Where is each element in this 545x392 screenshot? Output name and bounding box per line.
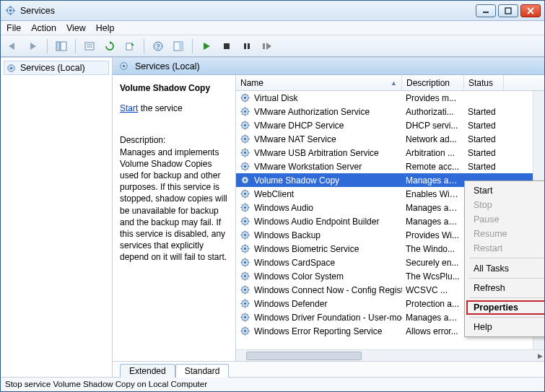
maximize-button[interactable] [498, 4, 518, 17]
svg-rect-18 [126, 43, 132, 50]
svg-line-160 [242, 259, 243, 260]
svg-line-200 [242, 314, 243, 315]
svg-line-150 [242, 245, 243, 246]
service-row[interactable]: VMware NAT ServiceNetwork ad...Started [236, 132, 544, 146]
ctx-properties[interactable]: Properties [466, 300, 544, 315]
svg-line-153 [242, 251, 243, 252]
tab-standard[interactable]: Standard [175, 364, 230, 378]
svg-point-145 [244, 248, 246, 250]
back-button[interactable] [5, 38, 21, 54]
svg-point-45 [244, 110, 246, 113]
svg-line-123 [242, 210, 243, 211]
pane-header: Services (Local) [113, 58, 544, 75]
show-hide-tree-button[interactable] [53, 38, 69, 54]
svg-point-135 [244, 234, 246, 236]
svg-point-95 [244, 179, 246, 181]
menu-view[interactable]: View [66, 23, 86, 33]
ctx-help[interactable]: Help [466, 320, 544, 334]
tab-extended[interactable]: Extended [120, 364, 175, 378]
service-name: WebClient [254, 189, 294, 199]
service-name: VMware Authorization Service [254, 107, 370, 117]
service-row[interactable]: VMware USB Arbitration ServiceArbitratio… [236, 146, 544, 160]
col-header-description[interactable]: Description [402, 75, 464, 90]
service-row[interactable]: VMware DHCP ServiceDHCP servi...Started [236, 118, 544, 132]
start-suffix: the service [138, 103, 182, 113]
properties-toolbar-button[interactable] [82, 38, 97, 54]
stop-service-button[interactable] [219, 38, 235, 54]
ctx-pause: Pause [466, 212, 544, 227]
service-icon [240, 326, 250, 336]
svg-line-190 [242, 300, 243, 301]
svg-line-122 [248, 204, 248, 205]
list-header: Name▲ Description Status [236, 75, 544, 91]
service-icon [240, 216, 250, 227]
svg-line-120 [242, 204, 243, 205]
svg-line-91 [248, 169, 248, 170]
ctx-start[interactable]: Start [466, 183, 544, 198]
svg-point-185 [244, 302, 246, 305]
service-icon [240, 188, 250, 199]
svg-line-172 [248, 273, 248, 274]
menu-file[interactable]: File [6, 23, 21, 33]
service-row[interactable]: Virtual DiskProvides m... [236, 91, 544, 105]
ctx-all-tasks[interactable]: All Tasks▸ [466, 261, 544, 276]
svg-point-33 [123, 65, 125, 67]
refresh-toolbar-button[interactable] [102, 38, 118, 54]
svg-line-83 [242, 155, 243, 156]
forward-button[interactable] [25, 38, 41, 54]
svg-line-211 [248, 334, 248, 334]
horizontal-scrollbar[interactable]: ▶ [236, 349, 544, 361]
service-desc: WCSVC ... [402, 285, 464, 295]
svg-line-71 [248, 141, 248, 142]
svg-rect-12 [56, 42, 60, 51]
svg-line-102 [248, 177, 248, 178]
svg-marker-11 [30, 43, 36, 50]
service-desc: Provides Wi... [402, 230, 464, 240]
service-row[interactable]: VMware Workstation ServerRemote acc...St… [236, 160, 544, 173]
svg-point-75 [244, 152, 246, 154]
col-header-status[interactable]: Status [464, 75, 504, 90]
menubar: File Action View Help [1, 21, 544, 35]
service-icon [240, 202, 250, 213]
svg-line-181 [248, 292, 248, 293]
ctx-refresh[interactable]: Refresh [466, 281, 544, 295]
close-button[interactable] [520, 4, 541, 17]
service-icon [240, 92, 250, 103]
svg-line-193 [242, 306, 243, 307]
action-pane-button[interactable] [170, 38, 186, 54]
svg-line-43 [242, 100, 243, 101]
svg-line-101 [248, 183, 248, 183]
col-header-name[interactable]: Name▲ [236, 75, 402, 90]
svg-line-183 [242, 292, 243, 293]
start-service-button[interactable] [199, 38, 214, 54]
tree-item-services-local[interactable]: Services (Local) [4, 61, 109, 75]
service-name: Virtual Disk [254, 93, 297, 103]
restart-service-button[interactable] [259, 38, 275, 54]
menu-action[interactable]: Action [31, 23, 56, 33]
help-toolbar-button[interactable]: ? [150, 38, 166, 54]
service-desc: Manages an... [402, 175, 464, 186]
menu-help[interactable]: Help [96, 23, 115, 33]
start-service-link[interactable]: Start [120, 103, 138, 113]
pause-service-button[interactable] [239, 38, 255, 54]
svg-line-113 [242, 196, 243, 197]
service-name: Windows CardSpace [254, 258, 335, 268]
minimize-button[interactable] [476, 4, 496, 17]
service-row[interactable]: VMware Authorization ServiceAuthorizati.… [236, 105, 544, 118]
description-text: Manages and implements Volume Shadow Cop… [120, 147, 231, 263]
service-name: Windows Error Reporting Service [254, 326, 382, 336]
svg-line-92 [248, 163, 248, 164]
svg-point-1 [9, 9, 12, 12]
svg-point-115 [244, 206, 246, 209]
service-desc: Manages and... [402, 313, 464, 323]
svg-line-180 [242, 287, 243, 287]
ctx-resume: Resume [466, 227, 544, 241]
svg-rect-7 [505, 8, 511, 14]
svg-line-70 [242, 136, 243, 136]
export-list-button[interactable] [122, 38, 138, 54]
tree-item-label: Services (Local) [20, 63, 85, 73]
service-info-panel: Volume Shadow Copy Start the service Des… [113, 75, 235, 361]
svg-line-162 [248, 259, 248, 260]
svg-marker-10 [9, 43, 14, 50]
svg-point-205 [244, 330, 246, 332]
